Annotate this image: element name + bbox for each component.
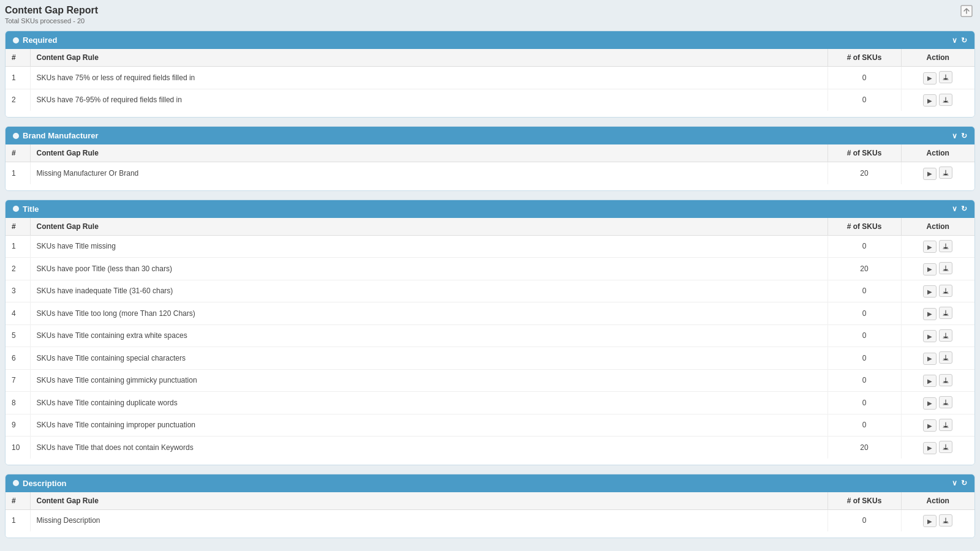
row-skus: 0: [827, 280, 901, 302]
sections-container: Required∨↻#Content Gap Rule# of SKUsActi…: [5, 31, 975, 538]
table-row: 10SKUs have Title that does not contain …: [6, 437, 974, 459]
download-button[interactable]: [939, 351, 952, 364]
section-title-required: Required: [23, 36, 57, 45]
play-button[interactable]: ▶: [923, 285, 937, 298]
table-row: 6SKUs have Title containing special char…: [6, 347, 974, 370]
row-number: 7: [6, 369, 30, 392]
section-header-right-description[interactable]: ∨↻: [952, 479, 967, 487]
export-button[interactable]: [960, 5, 975, 20]
download-button[interactable]: [939, 329, 952, 342]
play-button[interactable]: ▶: [923, 263, 937, 276]
th-description-1: Content Gap Rule: [30, 492, 827, 510]
row-action: ▶: [901, 437, 974, 459]
row-action: ▶: [901, 89, 974, 111]
row-skus: 0: [827, 302, 901, 325]
th-required-3: Action: [901, 49, 974, 67]
row-action: ▶: [901, 509, 974, 531]
row-number: 1: [6, 235, 30, 258]
row-rule: SKUs have Title containing gimmicky punc…: [30, 369, 827, 392]
collapse-button-brand-manufacturer[interactable]: ∨: [952, 132, 957, 140]
play-button[interactable]: ▶: [923, 168, 937, 180]
download-button[interactable]: [939, 419, 952, 431]
table-row: 4SKUs have Title too long (more Than 120…: [6, 302, 974, 325]
section-footer-brand-manufacturer: [6, 184, 974, 190]
th-title-0: #: [6, 218, 30, 236]
refresh-button-title[interactable]: ↻: [961, 204, 967, 213]
page-title: Content Gap Report: [5, 5, 98, 16]
download-button[interactable]: [939, 396, 952, 408]
section-title-brand-manufacturer: Brand Manufacturer: [23, 131, 99, 140]
th-brand-manufacturer-1: Content Gap Rule: [30, 144, 827, 162]
refresh-button-brand-manufacturer[interactable]: ↻: [961, 132, 967, 140]
play-button[interactable]: ▶: [923, 442, 937, 454]
section-title: Title∨↻#Content Gap Rule# of SKUsAction1…: [5, 200, 975, 465]
play-button[interactable]: ▶: [923, 94, 937, 107]
play-button[interactable]: ▶: [923, 353, 937, 365]
download-button[interactable]: [939, 514, 952, 527]
row-action: ▶: [901, 235, 974, 258]
dot-icon: [13, 480, 19, 486]
dot-icon: [13, 133, 19, 139]
section-body-title: #Content Gap Rule# of SKUsAction1SKUs ha…: [6, 218, 974, 459]
row-action: ▶: [901, 280, 974, 302]
section-required: Required∨↻#Content Gap Rule# of SKUsActi…: [5, 31, 975, 118]
row-skus: 0: [827, 369, 901, 392]
row-number: 5: [6, 324, 30, 347]
page-subtitle: Total SKUs processed - 20: [5, 17, 98, 24]
row-rule: SKUs have Title that does not contain Ke…: [30, 437, 827, 459]
download-button[interactable]: [939, 374, 952, 386]
download-button[interactable]: [939, 94, 952, 106]
download-button[interactable]: [939, 285, 952, 297]
section-header-right-brand-manufacturer[interactable]: ∨↻: [952, 132, 967, 140]
download-button[interactable]: [939, 71, 952, 83]
row-number: 9: [6, 414, 30, 437]
section-description: Description∨↻#Content Gap Rule# of SKUsA…: [5, 474, 975, 539]
th-description-0: #: [6, 492, 30, 510]
row-number: 1: [6, 67, 30, 89]
play-button[interactable]: ▶: [923, 241, 937, 253]
row-skus: 0: [827, 67, 901, 89]
play-button[interactable]: ▶: [923, 375, 937, 387]
section-header-title: Title∨↻: [6, 200, 974, 218]
download-button[interactable]: [939, 307, 952, 319]
table-row: 1Missing Manufacturer Or Brand20▶: [6, 162, 974, 184]
play-button[interactable]: ▶: [923, 419, 937, 432]
section-header-left-brand-manufacturer: Brand Manufacturer: [13, 131, 99, 140]
row-rule: Missing Description: [30, 509, 827, 531]
th-title-3: Action: [901, 218, 974, 236]
collapse-button-title[interactable]: ∨: [952, 204, 957, 213]
play-button[interactable]: ▶: [923, 397, 937, 410]
page-header: Content Gap Report Total SKUs processed …: [5, 5, 975, 24]
row-number: 8: [6, 392, 30, 414]
collapse-button-required[interactable]: ∨: [952, 36, 957, 45]
th-required-2: # of SKUs: [827, 49, 901, 67]
section-header-right-required[interactable]: ∨↻: [952, 36, 967, 45]
section-body-required: #Content Gap Rule# of SKUsAction1SKUs ha…: [6, 49, 974, 111]
play-button[interactable]: ▶: [923, 330, 937, 342]
row-number: 10: [6, 437, 30, 459]
collapse-button-description[interactable]: ∨: [952, 479, 957, 487]
row-rule: SKUs have Title too long (more Than 120 …: [30, 302, 827, 325]
row-skus: 0: [827, 324, 901, 347]
section-footer-description: [6, 531, 974, 538]
row-skus: 0: [827, 392, 901, 414]
download-button[interactable]: [939, 262, 952, 274]
th-brand-manufacturer-3: Action: [901, 144, 974, 162]
play-button[interactable]: ▶: [923, 308, 937, 320]
refresh-button-required[interactable]: ↻: [961, 36, 967, 45]
play-button[interactable]: ▶: [923, 72, 937, 84]
th-description-3: Action: [901, 492, 974, 510]
table-row: 1Missing Description0▶: [6, 509, 974, 531]
section-header-description: Description∨↻: [6, 474, 974, 492]
refresh-button-description[interactable]: ↻: [961, 479, 967, 487]
download-button[interactable]: [939, 240, 952, 252]
row-number: 2: [6, 258, 30, 280]
download-button[interactable]: [939, 441, 952, 453]
table-row: 5SKUs have Title containing extra white …: [6, 324, 974, 347]
section-header-right-title[interactable]: ∨↻: [952, 204, 967, 213]
th-description-2: # of SKUs: [827, 492, 901, 510]
row-skus: 0: [827, 347, 901, 370]
download-button[interactable]: [939, 167, 952, 179]
row-skus: 0: [827, 235, 901, 258]
play-button[interactable]: ▶: [923, 515, 937, 527]
